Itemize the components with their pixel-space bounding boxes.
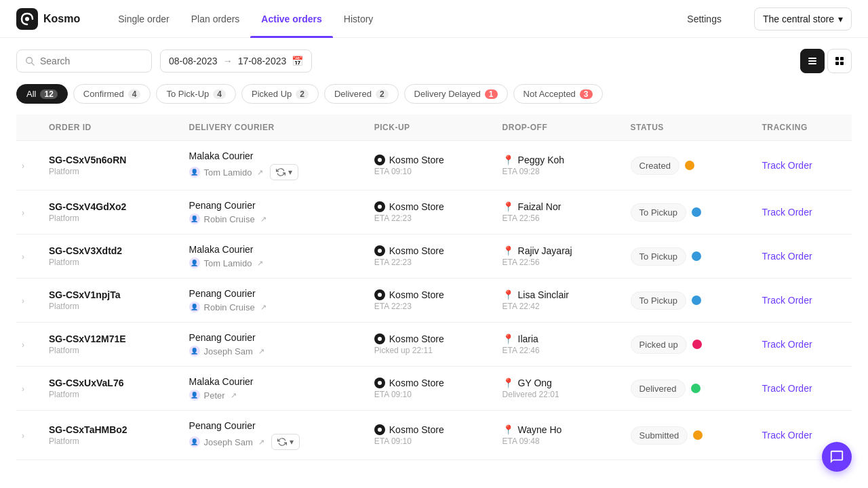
pickup-location: Kosmo Store	[374, 201, 481, 212]
logo-text: Kosmo	[43, 13, 80, 25]
courier-person: 👤 Joseph Sam ↗	[189, 346, 353, 357]
pickup-name: Kosmo Store	[389, 245, 444, 256]
tracking-cell: Track Order	[751, 190, 852, 235]
settings-button[interactable]: Settings	[676, 8, 732, 30]
logo[interactable]: Kosmo	[16, 8, 80, 30]
dropoff-location: 📍 Lisa Sinclair	[502, 289, 609, 300]
expand-chevron[interactable]: ›	[22, 208, 24, 218]
filter-topickup[interactable]: To Pick-Up 4	[156, 84, 236, 104]
pickup-name: Kosmo Store	[389, 201, 444, 212]
courier-person: 👤 Tom Lamido ↗	[189, 258, 353, 268]
status-cell: Submitted	[620, 411, 751, 460]
nav-active-orders[interactable]: Active orders	[250, 0, 332, 38]
sync-button[interactable]: ▾	[271, 434, 300, 450]
courier-avatar: 👤	[189, 302, 200, 312]
dropoff-location: 📍 Wayne Ho	[502, 424, 609, 435]
status-cell: To Pickup	[620, 190, 751, 235]
pickup-location: Kosmo Store	[374, 424, 481, 435]
external-link-icon[interactable]: ↗	[260, 215, 267, 224]
filter-notaccepted[interactable]: Not Accepted 3	[513, 84, 603, 104]
courier-name: Penang Courier	[189, 200, 353, 211]
status-container: Created	[631, 157, 741, 175]
courier-person-name: Joseph Sam	[204, 437, 253, 447]
external-link-icon[interactable]: ↗	[260, 303, 267, 312]
table-row: › SG-CSxV1npjTa Platform Penang Courier …	[16, 279, 852, 323]
courier-person: 👤 Robin Cruise ↗	[189, 302, 353, 312]
status-cell: Delivered	[620, 367, 751, 411]
sync-icon	[277, 437, 287, 447]
order-id: SG-CSxV1npjTa	[49, 289, 167, 300]
track-order-link[interactable]: Track Order	[762, 207, 812, 218]
search-icon	[25, 56, 35, 66]
dropoff-eta: Delivered 22:01	[502, 390, 609, 399]
external-link-icon[interactable]: ↗	[258, 347, 264, 356]
svg-rect-6	[808, 63, 816, 64]
courier-avatar: 👤	[189, 167, 200, 178]
nav-single-order[interactable]: Single order	[107, 0, 180, 38]
dropoff-name: Rajiv Jayaraj	[518, 245, 572, 256]
store-selector[interactable]: The central store ▾	[754, 7, 852, 30]
status-cell: To Pickup	[620, 279, 751, 323]
pickup-cell: Kosmo Store ETA 22:23	[363, 235, 492, 279]
th-pickup: PICK-UP	[363, 115, 492, 141]
filter-delivered-label: Delivered	[334, 89, 372, 99]
dropoff-cell: 📍 GY Ong Delivered 22:01	[492, 367, 620, 411]
courier-person: 👤 Robin Cruise ↗	[189, 214, 353, 224]
order-type: Platform	[49, 390, 167, 399]
track-order-link[interactable]: Track Order	[762, 295, 812, 306]
pickup-location: Kosmo Store	[374, 289, 481, 300]
external-link-icon[interactable]: ↗	[257, 168, 263, 177]
th-status: STATUS	[620, 115, 751, 141]
sync-button[interactable]: ▾	[270, 164, 298, 180]
courier-name: Penang Courier	[189, 420, 353, 431]
filter-all-count: 12	[40, 89, 57, 99]
svg-rect-5	[808, 60, 816, 62]
expand-cell: ›	[16, 367, 38, 411]
expand-cell: ›	[16, 411, 38, 460]
pickup-dot-icon	[374, 378, 385, 388]
status-container: Picked up	[631, 336, 741, 354]
track-order-link[interactable]: Track Order	[762, 430, 812, 441]
filter-all[interactable]: All 12	[16, 84, 68, 104]
courier-name: Penang Courier	[189, 332, 353, 343]
date-range-picker[interactable]: 08-08-2023 → 17-08-2023 📅	[160, 49, 312, 73]
filter-pickedup-label: Picked Up	[252, 89, 292, 99]
courier-cell: Malaka Courier 👤 Tom Lamido ↗ ▾	[178, 141, 363, 190]
svg-line-3	[32, 63, 34, 65]
expand-chevron[interactable]: ›	[22, 431, 24, 441]
calendar-icon: 📅	[292, 56, 303, 66]
pickup-eta: ETA 09:10	[374, 436, 481, 446]
nav-history[interactable]: History	[333, 0, 384, 38]
dropoff-cell: 📍 Rajiv Jayaraj ETA 22:56	[492, 235, 620, 279]
pickup-cell: Kosmo Store ETA 09:10	[363, 367, 492, 411]
list-view-button[interactable]	[800, 49, 825, 73]
courier-avatar: 👤	[189, 390, 200, 401]
track-order-link[interactable]: Track Order	[762, 251, 812, 262]
order-id-cell: SG-CSxUxVaL76 Platform	[38, 367, 178, 411]
search-box[interactable]	[16, 49, 152, 73]
filter-delivered[interactable]: Delivered 2	[324, 84, 399, 104]
status-container: To Pickup	[631, 247, 741, 266]
filter-pickedup[interactable]: Picked Up 2	[241, 84, 319, 104]
expand-chevron[interactable]: ›	[22, 296, 24, 306]
courier-name: Penang Courier	[189, 288, 353, 299]
expand-chevron[interactable]: ›	[22, 252, 24, 262]
track-order-link[interactable]: Track Order	[762, 339, 812, 350]
expand-chevron[interactable]: ›	[22, 340, 24, 350]
courier-cell: Malaka Courier 👤 Peter ↗	[178, 367, 363, 411]
external-link-icon[interactable]: ↗	[257, 259, 263, 268]
order-id-cell: SG-CSxV5n6oRN Platform	[38, 141, 178, 190]
filter-delayed[interactable]: Delivery Delayed 1	[404, 84, 508, 104]
external-link-icon[interactable]: ↗	[258, 438, 264, 447]
track-order-link[interactable]: Track Order	[762, 160, 812, 171]
expand-chevron[interactable]: ›	[22, 384, 24, 394]
filter-confirmed[interactable]: Confirmed 4	[73, 84, 151, 104]
external-link-icon[interactable]: ↗	[231, 391, 237, 400]
pickup-eta: ETA 22:23	[374, 258, 481, 267]
grid-view-button[interactable]	[827, 49, 852, 73]
track-order-link[interactable]: Track Order	[762, 383, 812, 394]
filter-all-label: All	[26, 89, 36, 99]
expand-chevron[interactable]: ›	[22, 161, 24, 171]
nav-plan-orders[interactable]: Plan orders	[180, 0, 251, 38]
search-input[interactable]	[40, 56, 143, 66]
